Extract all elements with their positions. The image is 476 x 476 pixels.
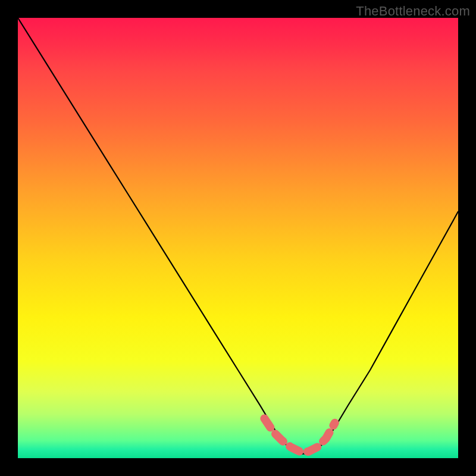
bottleneck-curve <box>18 18 458 454</box>
plot-area <box>18 18 458 458</box>
watermark-text: TheBottleneck.com <box>356 4 470 19</box>
chart-frame: TheBottleneck.com <box>0 0 476 476</box>
optimal-range-highlight <box>264 418 334 452</box>
curve-layer <box>18 18 458 458</box>
